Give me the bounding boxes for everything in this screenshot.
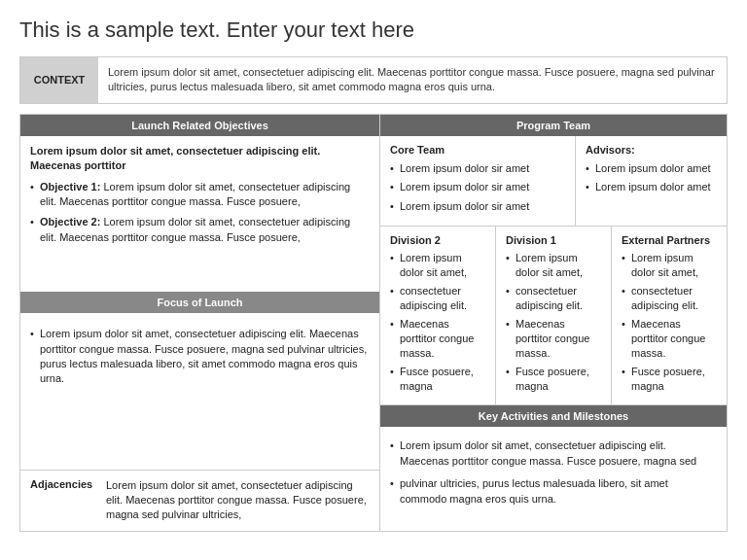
objective-1: Objective 1: Lorem ipsum dolor sit amet,…: [30, 180, 370, 210]
objective-2-label: Objective 2:: [40, 216, 100, 228]
advisor-item-2: Lorem ipsum dolor amet: [586, 180, 717, 194]
left-column: Launch Related Objectives Lorem ipsum do…: [20, 115, 380, 531]
focus-item-1: Lorem ipsum dolor sit amet, consectetuer…: [30, 327, 370, 387]
division2-column: Division 2 Lorem ipsum dolor sit amet, c…: [380, 227, 496, 405]
objectives-body: Lorem ipsum dolor sit amet, consectetuer…: [20, 136, 379, 292]
core-team-item-1: Lorem ipsum dolor sir amet: [390, 161, 565, 176]
adjacencies-row: Adjacencies Lorem ipsum dolor sit amet, …: [20, 470, 379, 531]
advisors-list: Lorem ipsum dolor amet Lorem ipsum dolor…: [586, 161, 717, 195]
div2-item-1: Lorem ipsum dolor sit amet,: [390, 251, 485, 281]
context-label: CONTEXT: [20, 57, 98, 103]
division2-title: Division 2: [390, 234, 485, 246]
ext-item-4: Fusce posuere, magna: [622, 365, 717, 395]
div1-item-2: consectetuer adipiscing elit.: [506, 284, 601, 314]
division1-column: Division 1 Lorem ipsum dolor sit amet, c…: [496, 227, 612, 405]
division-grid: Division 2 Lorem ipsum dolor sit amet, c…: [380, 227, 727, 406]
external-partners-title: External Partners: [622, 234, 717, 246]
context-text: Lorem ipsum dolor sit amet, consectetuer…: [98, 57, 727, 103]
division1-title: Division 1: [506, 234, 601, 246]
division1-list: Lorem ipsum dolor sit amet, consectetuer…: [506, 251, 601, 395]
objective-1-label: Objective 1:: [40, 181, 100, 192]
core-team-item-2: Lorem ipsum dolor sir amet: [390, 180, 565, 194]
advisors-column: Advisors: Lorem ipsum dolor amet Lorem i…: [576, 136, 727, 226]
ext-item-2: consectetuer adipiscing elit.: [622, 284, 717, 314]
program-team-header: Program Team: [380, 115, 727, 136]
ext-item-1: Lorem ipsum dolor sit amet,: [622, 251, 717, 281]
div1-item-3: Maecenas porttitor congue massa.: [506, 317, 601, 362]
div1-item-1: Lorem ipsum dolor sit amet,: [506, 251, 601, 281]
program-team-body: Core Team Lorem ipsum dolor sir amet Lor…: [380, 136, 727, 227]
page-title: This is a sample text. Enter your text h…: [19, 18, 728, 43]
advisors-title: Advisors:: [586, 144, 717, 156]
div2-item-4: Fusce posuere, magna: [390, 365, 485, 395]
div2-item-2: consectetuer adipiscing elit.: [390, 284, 485, 314]
core-team-column: Core Team Lorem ipsum dolor sir amet Lor…: [380, 136, 576, 226]
context-box: CONTEXT Lorem ipsum dolor sit amet, cons…: [19, 56, 728, 104]
focus-list: Lorem ipsum dolor sit amet, consectetuer…: [30, 327, 370, 387]
key-activity-1: Lorem ipsum dolor sit amet, consectetuer…: [390, 438, 717, 469]
div2-item-3: Maecenas porttitor congue massa.: [390, 317, 485, 362]
focus-body: Lorem ipsum dolor sit amet, consectetuer…: [20, 313, 379, 469]
external-partners-list: Lorem ipsum dolor sit amet, consectetuer…: [622, 251, 717, 395]
key-activities-header: Key Activities and Milestones: [380, 405, 727, 427]
core-team-list: Lorem ipsum dolor sir amet Lorem ipsum d…: [390, 161, 565, 214]
main-grid: Launch Related Objectives Lorem ipsum do…: [19, 114, 728, 532]
adjacencies-text: Lorem ipsum dolor sit amet, consectetuer…: [106, 478, 370, 523]
focus-header: Focus of Launch: [20, 292, 379, 313]
div1-item-4: Fusce posuere, magna: [506, 365, 601, 395]
key-activities-list: Lorem ipsum dolor sit amet, consectetuer…: [390, 438, 717, 507]
objectives-list: Objective 1: Lorem ipsum dolor sit amet,…: [30, 180, 370, 246]
right-column: Program Team Core Team Lorem ipsum dolor…: [380, 115, 727, 531]
division2-list: Lorem ipsum dolor sit amet, consectetuer…: [390, 251, 485, 395]
external-partners-column: External Partners Lorem ipsum dolor sit …: [612, 227, 727, 405]
adjacencies-label: Adjacencies: [30, 478, 98, 490]
advisor-item-1: Lorem ipsum dolor amet: [586, 161, 717, 176]
objectives-title: Lorem ipsum dolor sit amet, consectetuer…: [30, 144, 370, 174]
key-activity-2: pulvinar ultricies, purus lectus malesua…: [390, 476, 717, 507]
key-activities-body: Lorem ipsum dolor sit amet, consectetuer…: [380, 427, 727, 530]
objective-2: Objective 2: Lorem ipsum dolor sit amet,…: [30, 215, 370, 245]
ext-item-3: Maecenas porttitor congue massa.: [622, 317, 717, 362]
core-team-item-3: Lorem ipsum dolor sir amet: [390, 199, 565, 214]
core-team-title: Core Team: [390, 144, 565, 156]
objectives-header: Launch Related Objectives: [20, 115, 379, 136]
